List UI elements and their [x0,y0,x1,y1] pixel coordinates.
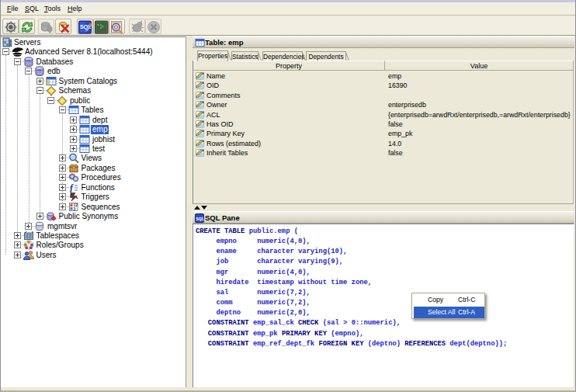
svg-text:f: f [70,182,74,193]
svg-text:SQL: SQL [196,217,204,221]
svg-text:3: 3 [73,206,75,211]
